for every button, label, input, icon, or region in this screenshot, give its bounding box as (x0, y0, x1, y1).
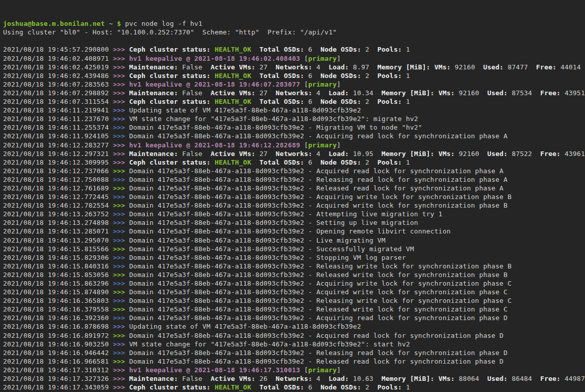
log-text: ] (337, 55, 341, 62)
log-arrow: >>> (113, 366, 129, 374)
log-timestamp: 2021/08/18 19:46:02.439486 (3, 72, 113, 80)
log-text: Node OSDs: (320, 383, 361, 391)
log-arrow: >>> (113, 219, 129, 226)
log-text: 43961 (561, 150, 585, 158)
log-text: False (178, 63, 210, 71)
log-text: 10.34 (349, 89, 381, 97)
log-line-domain-event: 2021/08/18 19:46:16.891972 >>> Domain 41… (3, 331, 585, 340)
primary-badge: primary (308, 141, 337, 149)
log-timestamp: 2021/08/18 19:46:12.782554 (3, 202, 113, 209)
log-text: 87534 (507, 89, 540, 97)
log-text: Domain 417e5a3f-88eb-467a-a118-8d093cfb3… (129, 262, 512, 270)
log-arrow: >>> (113, 167, 129, 175)
log-arrow: >>> (113, 202, 129, 209)
log-text: False (178, 150, 210, 158)
log-timestamp: 2021/08/18 19:46:07.298892 (3, 89, 113, 97)
log-text: Ceph cluster status: (129, 46, 211, 53)
log-text: Updating state of VM 417e5a3f-88eb-467a-… (129, 323, 361, 330)
log-text (434, 375, 438, 382)
prompt-symbol: $ (117, 20, 125, 27)
cluster-info-line: Using cluster "bl0" - Host: "10.100.0.25… (3, 28, 585, 36)
log-text: ] (337, 366, 341, 374)
terminal[interactable]: joshua@base.m.bonilan.net ~ $ pvc node l… (0, 0, 585, 392)
log-text: Networks: (276, 63, 312, 71)
log-line-ceph-status: 2021/08/18 19:46:07.311554 >>> Ceph clus… (3, 97, 585, 106)
log-text: 4 (312, 89, 328, 97)
log-timestamp: 2021/08/18 19:46:16.878698 (3, 323, 113, 330)
log-line-domain-event: 2021/08/18 19:46:13.285071 >>> Domain 41… (3, 227, 585, 236)
log-arrow: >>> (113, 358, 129, 365)
log-text: Free: (540, 89, 561, 97)
log-text: [ (300, 141, 308, 149)
log-text: Maintenance: (129, 150, 178, 158)
log-text: Domain 417e5a3f-88eb-467a-a118-8d093cfb3… (129, 280, 512, 287)
log-text: VM state change for "417e5a3f-88eb-467a-… (129, 115, 418, 123)
log-text: 6 (304, 159, 320, 166)
log-text: Networks: (276, 89, 312, 97)
log-timestamp: 2021/08/18 19:46:15.863296 (3, 280, 113, 287)
log-line-domain-event: 2021/08/18 19:46:12.761689 >>> Domain 41… (3, 184, 585, 192)
log-text (251, 383, 260, 391)
log-text: Node OSDs: (320, 98, 361, 105)
log-line-node-status: 2021/08/18 19:46:12.297321 >>> Maintenan… (3, 149, 585, 158)
log-text: ] (337, 81, 341, 88)
log-arrow: >>> (113, 297, 129, 304)
log-text: 27 (255, 150, 276, 158)
log-text: 1 (402, 46, 410, 53)
log-text: Free: (536, 63, 557, 71)
log-text: 92160 (455, 89, 487, 97)
log-text: Memory [MiB]: (382, 89, 434, 97)
log-line-domain-event: 2021/08/18 19:46:12.772445 >>> Domain 41… (3, 192, 585, 201)
health-status: HEALTH_OK (214, 159, 251, 166)
log-text: Ceph cluster status: (129, 159, 211, 166)
log-line-vm-event: 2021/08/18 19:46:16.878698 >>> Updating … (3, 322, 585, 331)
log-text (430, 63, 434, 71)
log-text: Domain 417e5a3f-88eb-467a-a118-8d093cfb3… (129, 167, 503, 175)
log-arrow: >>> (113, 106, 129, 114)
log-text: VM state change for "417e5a3f-88eb-467a-… (129, 340, 410, 348)
log-text (434, 150, 438, 158)
log-timestamp: 2021/08/18 19:46:13.285071 (3, 227, 113, 235)
log-line-domain-event: 2021/08/18 19:46:12.737066 >>> Domain 41… (3, 167, 585, 175)
log-text: ] (337, 141, 341, 149)
log-text: Load: (328, 375, 349, 382)
log-timestamp: 2021/08/18 19:46:15.829306 (3, 254, 113, 261)
log-arrow: >>> (113, 349, 129, 357)
log-line-node-status: 2021/08/18 19:46:07.298892 >>> Maintenan… (3, 89, 585, 97)
log-line-domain-event: 2021/08/18 19:46:11.924105 >>> Domain 41… (3, 132, 585, 140)
log-text: Pools: (378, 98, 402, 105)
log-text: 92160 (451, 63, 483, 71)
log-line-vm-event: 2021/08/18 19:46:16.903250 >>> VM state … (3, 340, 585, 348)
log-text: False (178, 89, 210, 97)
command-text: pvc node log -f hv1 (125, 20, 203, 27)
log-timestamp: 2021/08/18 19:46:12.750088 (3, 176, 113, 183)
log-timestamp: 2021/08/18 19:46:15.874890 (3, 288, 113, 296)
primary-badge: primary (308, 81, 337, 88)
log-text: Total OSDs: (260, 159, 304, 166)
log-arrow: >>> (113, 141, 129, 149)
log-text: Ceph cluster status: (129, 72, 211, 80)
log-text: Domain 417e5a3f-88eb-467a-a118-8d093cfb3… (129, 288, 507, 296)
log-timestamp: 2021/08/18 19:46:13.295070 (3, 237, 113, 244)
log-text: Node OSDs: (320, 72, 361, 80)
log-timestamp: 2021/08/18 19:46:16.891972 (3, 332, 113, 339)
log-text: hv1 keepalive @ 2021-08-18 19:46:07.2830… (129, 81, 300, 88)
log-timestamp: 2021/08/18 19:46:02.425019 (3, 63, 113, 71)
log-arrow: >>> (113, 159, 129, 166)
log-arrow: >>> (113, 184, 129, 192)
log-text: VMs: (438, 89, 455, 97)
log-text: Domain 417e5a3f-88eb-467a-a118-8d093cfb3… (129, 237, 386, 244)
prompt-user-host: joshua@base.m.bonilan.net (3, 20, 105, 27)
log-text: False (178, 375, 210, 382)
log-text: Ceph cluster status: (129, 98, 211, 105)
log-timestamp: 2021/08/18 19:46:11.219941 (3, 106, 113, 114)
log-text: Domain 417e5a3f-88eb-467a-a118-8d093cfb3… (129, 271, 507, 279)
log-timestamp: 2021/08/18 19:46:17.327326 (3, 375, 113, 382)
log-arrow: >>> (113, 176, 129, 183)
log-text: 2 (361, 72, 377, 80)
log-text: [ (300, 81, 308, 88)
log-text: Domain 417e5a3f-88eb-467a-a118-8d093cfb3… (129, 297, 512, 304)
log-timestamp: 2021/08/18 19:46:13.274898 (3, 219, 113, 226)
log-timestamp: 2021/08/18 19:46:15.840316 (3, 262, 113, 270)
log-line-domain-event: 2021/08/18 19:46:13.274898 >>> Domain 41… (3, 218, 585, 227)
